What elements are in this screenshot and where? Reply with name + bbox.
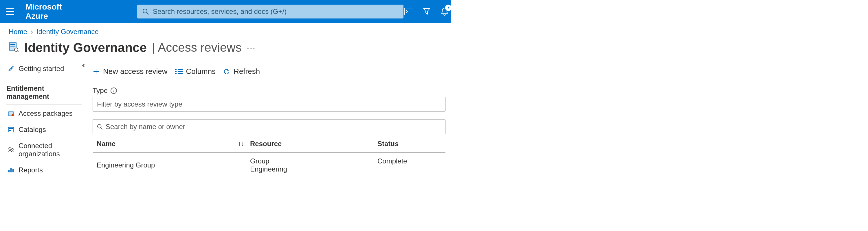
- sidebar-item-getting-started[interactable]: Getting started: [6, 61, 87, 77]
- notifications-icon[interactable]: 7: [439, 6, 450, 17]
- identity-governance-icon: [9, 42, 19, 54]
- svg-rect-16: [11, 128, 13, 129]
- page-subtitle: | Access reviews: [152, 41, 242, 54]
- svg-line-24: [101, 128, 102, 129]
- svg-line-1: [147, 13, 149, 14]
- sidebar-item-label: Catalogs: [19, 126, 46, 134]
- label-text: Type: [93, 87, 108, 95]
- notification-badge: 7: [445, 5, 452, 11]
- breadcrumb-home[interactable]: Home: [9, 28, 27, 36]
- svg-rect-14: [8, 127, 13, 132]
- sidebar-item-connected-organizations[interactable]: Connected organizations: [6, 138, 87, 162]
- info-icon[interactable]: i: [111, 87, 117, 94]
- svg-rect-20: [8, 170, 9, 172]
- collapse-sidebar-button[interactable]: ‹‹: [82, 61, 83, 70]
- svg-point-3: [461, 10, 464, 13]
- sidebar-item-reports[interactable]: Reports: [6, 162, 87, 178]
- header-label: Name: [97, 140, 116, 148]
- package-icon: [7, 110, 14, 117]
- svg-point-0: [143, 9, 147, 13]
- svg-text:?: ?: [479, 7, 483, 15]
- sidebar-divider: [6, 105, 82, 105]
- cell-resource: Group Engineering: [250, 157, 377, 173]
- menu-icon[interactable]: [6, 6, 14, 17]
- reports-icon: [7, 166, 14, 174]
- page-title-bar: Identity Governance | Access reviews ···: [0, 38, 451, 61]
- plus-icon: [93, 68, 99, 75]
- table-row[interactable]: Engineering Group Group Engineering Comp…: [93, 152, 445, 178]
- columns-button[interactable]: Columns: [175, 67, 216, 76]
- gear-icon[interactable]: [457, 6, 468, 17]
- breadcrumb-identity-governance[interactable]: Identity Governance: [36, 28, 99, 36]
- resource-type: Group: [250, 157, 377, 165]
- brand-label: Microsoft Azure: [26, 2, 62, 21]
- svg-point-23: [97, 124, 101, 128]
- svg-line-10: [18, 51, 19, 52]
- side-navigation: ‹‹ Getting started Entitlement managemen…: [0, 61, 87, 178]
- page-title: Identity Governance: [24, 40, 147, 55]
- columns-icon: [175, 69, 183, 75]
- svg-rect-2: [404, 8, 413, 15]
- svg-point-18: [9, 148, 11, 150]
- sidebar-item-catalogs[interactable]: Catalogs: [6, 122, 87, 138]
- svg-rect-15: [9, 128, 11, 129]
- svg-point-13: [11, 114, 14, 116]
- search-placeholder-text: Search resources, services, and docs (G+…: [153, 7, 286, 15]
- directory-filter-icon[interactable]: [422, 6, 432, 17]
- cloud-shell-icon[interactable]: [403, 6, 414, 17]
- type-filter-label: Type i: [93, 81, 445, 95]
- sidebar-item-label: Access packages: [19, 109, 73, 118]
- sidebar-section-entitlement: Entitlement management: [6, 77, 87, 103]
- cell-name: Engineering Group: [97, 157, 250, 173]
- more-actions-button[interactable]: ···: [247, 43, 256, 52]
- button-label: New access review: [103, 67, 167, 76]
- column-header-resource[interactable]: Resource: [250, 140, 377, 148]
- column-header-name[interactable]: Name ↑↓: [97, 140, 250, 148]
- sidebar-item-label: Connected organizations: [19, 142, 86, 158]
- command-bar: New access review Columns Refresh: [93, 63, 445, 81]
- refresh-button[interactable]: Refresh: [223, 67, 260, 76]
- people-icon: [7, 146, 14, 153]
- catalog-icon: [7, 126, 14, 133]
- top-navigation-bar: Microsoft Azure Search resources, servic…: [0, 0, 451, 23]
- sort-icon[interactable]: ↑↓: [238, 140, 244, 148]
- main-content: New access review Columns Refresh Type i…: [87, 61, 451, 178]
- breadcrumb: Home › Identity Governance: [0, 23, 451, 38]
- svg-rect-17: [9, 130, 11, 131]
- name-owner-search-input[interactable]: Search by name or owner: [93, 120, 445, 134]
- top-icon-bar: 7 ?: [403, 6, 486, 17]
- sidebar-item-access-packages[interactable]: Access packages: [6, 105, 87, 122]
- search-placeholder-text: Search by name or owner: [106, 123, 185, 131]
- sidebar-item-label: Getting started: [19, 65, 64, 73]
- global-search-input[interactable]: Search resources, services, and docs (G+…: [137, 5, 403, 18]
- button-label: Columns: [186, 67, 216, 76]
- refresh-icon: [223, 68, 230, 75]
- svg-point-11: [11, 68, 12, 69]
- svg-rect-21: [10, 168, 11, 172]
- search-icon: [97, 124, 103, 130]
- help-icon[interactable]: ?: [475, 6, 486, 17]
- breadcrumb-separator: ›: [31, 28, 33, 36]
- search-icon: [143, 8, 149, 15]
- type-filter-input[interactable]: Filter by access review type: [93, 97, 445, 111]
- svg-point-19: [11, 148, 13, 150]
- svg-rect-22: [12, 169, 13, 172]
- column-header-status[interactable]: Status: [377, 140, 441, 148]
- new-access-review-button[interactable]: New access review: [93, 67, 167, 76]
- cell-status: Complete: [377, 157, 441, 173]
- resource-name: Engineering: [250, 165, 377, 173]
- rocket-icon: [7, 65, 14, 72]
- sidebar-item-label: Reports: [19, 166, 43, 174]
- table-header-row: Name ↑↓ Resource Status: [93, 134, 445, 152]
- button-label: Refresh: [234, 67, 260, 76]
